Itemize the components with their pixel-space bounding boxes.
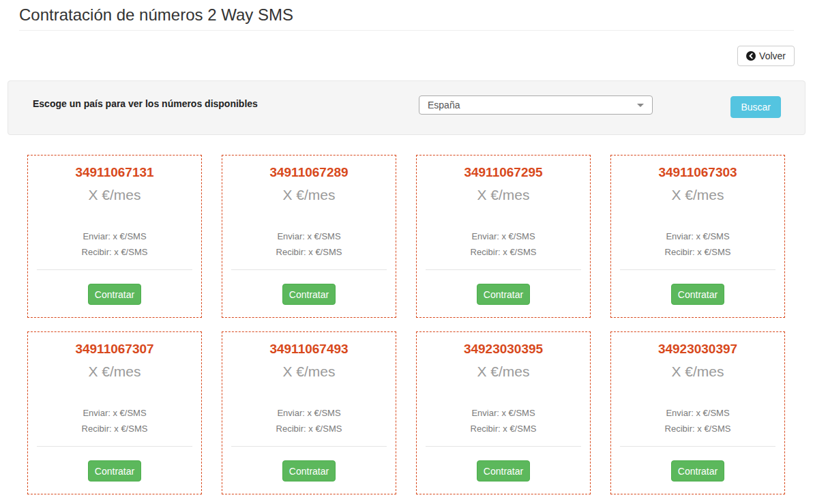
send-price: Enviar: x €/SMS [28, 405, 201, 421]
receive-price: Recibir: x €/SMS [28, 244, 201, 260]
phone-number: 34911067303 [611, 165, 784, 180]
divider [37, 269, 192, 270]
number-card: 34923030395 X €/mes Enviar: x €/SMS Reci… [416, 331, 591, 494]
monthly-price: X €/mes [417, 187, 590, 203]
phone-number: 34911067307 [28, 342, 201, 357]
monthly-price: X €/mes [222, 364, 396, 380]
contract-button[interactable]: Contratar [282, 284, 336, 305]
phone-number: 34911067493 [222, 342, 396, 357]
monthly-price: X €/mes [222, 187, 396, 203]
page-header: Contratación de números 2 Way SMS [19, 5, 794, 31]
send-price: Enviar: x €/SMS [417, 228, 590, 244]
contract-button[interactable]: Contratar [88, 284, 141, 305]
divider [37, 446, 192, 447]
receive-price: Recibir: x €/SMS [611, 244, 784, 260]
monthly-price: X €/mes [28, 187, 201, 203]
search-button[interactable]: Buscar [730, 96, 781, 118]
phone-number: 34911067295 [417, 165, 590, 180]
country-filter-bar: Escoge un país para ver los números disp… [8, 80, 805, 135]
number-card: 34911067493 X €/mes Enviar: x €/SMS Reci… [222, 331, 396, 494]
number-card: 34923030397 X €/mes Enviar: x €/SMS Reci… [610, 331, 785, 494]
send-price: Enviar: x €/SMS [222, 405, 396, 421]
divider [426, 269, 581, 270]
monthly-price: X €/mes [611, 364, 784, 380]
monthly-price: X €/mes [28, 364, 201, 380]
contract-button[interactable]: Contratar [477, 460, 530, 481]
page-title: Contratación de números 2 Way SMS [19, 5, 794, 25]
receive-price: Recibir: x €/SMS [222, 421, 396, 436]
contract-button[interactable]: Contratar [477, 284, 530, 305]
send-price: Enviar: x €/SMS [417, 405, 590, 421]
filter-label: Escoge un país para ver los números disp… [33, 98, 258, 109]
phone-number: 34923030397 [611, 342, 784, 357]
monthly-price: X €/mes [611, 187, 784, 203]
divider [620, 269, 775, 270]
phone-number: 34923030395 [417, 342, 590, 357]
contract-button[interactable]: Contratar [282, 460, 336, 481]
contract-button[interactable]: Contratar [671, 460, 724, 481]
divider [620, 446, 775, 447]
phone-number: 34911067289 [222, 165, 396, 180]
number-card: 34911067303 X €/mes Enviar: x €/SMS Reci… [610, 155, 785, 318]
number-card: 34911067289 X €/mes Enviar: x €/SMS Reci… [222, 155, 396, 318]
phone-number: 34911067131 [28, 165, 201, 180]
send-price: Enviar: x €/SMS [611, 405, 784, 421]
number-card: 34911067295 X €/mes Enviar: x €/SMS Reci… [416, 155, 591, 318]
divider [231, 446, 387, 447]
send-price: Enviar: x €/SMS [222, 228, 396, 244]
contract-button[interactable]: Contratar [671, 284, 724, 305]
country-select-value: España [428, 100, 460, 110]
receive-price: Recibir: x €/SMS [611, 421, 784, 436]
divider [231, 269, 387, 270]
back-button[interactable]: Volver [737, 46, 795, 66]
send-price: Enviar: x €/SMS [28, 228, 201, 244]
country-select[interactable]: España [419, 95, 653, 115]
chevron-down-icon [637, 104, 644, 107]
toolbar: Volver [18, 46, 795, 66]
receive-price: Recibir: x €/SMS [417, 244, 590, 260]
back-button-label: Volver [759, 50, 786, 61]
chevron-circle-left-icon [746, 51, 756, 61]
send-price: Enviar: x €/SMS [611, 228, 784, 244]
numbers-grid: 34911067131 X €/mes Enviar: x €/SMS Reci… [27, 155, 813, 494]
receive-price: Recibir: x €/SMS [28, 421, 201, 436]
receive-price: Recibir: x €/SMS [222, 244, 396, 260]
contract-button[interactable]: Contratar [88, 460, 141, 481]
monthly-price: X €/mes [417, 364, 590, 380]
divider [426, 446, 581, 447]
number-card: 34911067307 X €/mes Enviar: x €/SMS Reci… [27, 331, 202, 494]
receive-price: Recibir: x €/SMS [417, 421, 590, 436]
number-card: 34911067131 X €/mes Enviar: x €/SMS Reci… [27, 155, 202, 318]
